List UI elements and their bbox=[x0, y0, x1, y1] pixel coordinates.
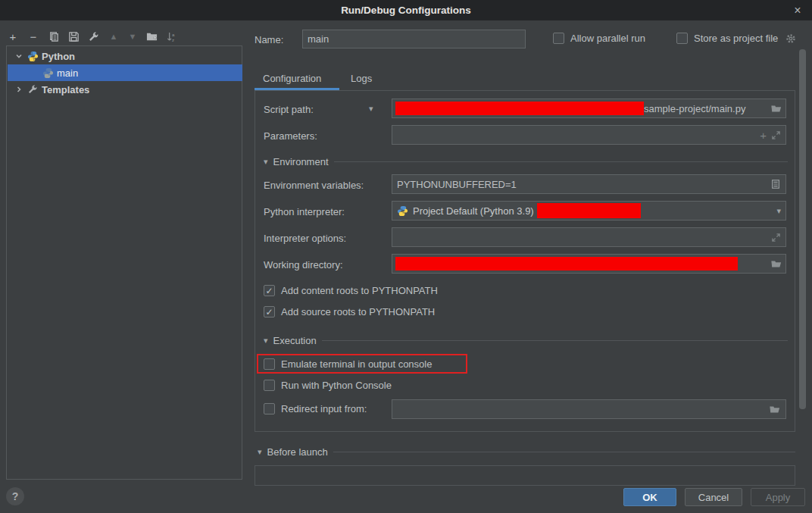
python-interpreter-select[interactable]: Project Default (Python 3.9) ▾ bbox=[392, 201, 786, 221]
chevron-down-icon[interactable] bbox=[12, 52, 26, 60]
browse-folder-icon[interactable] bbox=[769, 404, 781, 414]
store-as-project-file-checkbox[interactable]: Store as project file bbox=[676, 33, 796, 44]
section-divider bbox=[334, 161, 788, 162]
checkbox-box[interactable] bbox=[676, 33, 688, 44]
name-input[interactable]: main bbox=[302, 30, 526, 48]
emulate-terminal-checkbox[interactable]: Emulate terminal in output console bbox=[264, 358, 432, 370]
section-divider bbox=[322, 340, 788, 341]
before-launch-section-header[interactable]: ▾ Before launch bbox=[258, 446, 795, 458]
save-icon[interactable] bbox=[67, 30, 80, 43]
section-title: Execution bbox=[273, 335, 317, 346]
parameters-input[interactable]: + bbox=[392, 125, 786, 145]
checkbox-label: Allow parallel run bbox=[570, 33, 645, 44]
vertical-scrollbar[interactable] bbox=[799, 49, 806, 409]
working-directory-label: Working directory: bbox=[264, 259, 343, 271]
allow-parallel-run-checkbox[interactable]: Allow parallel run bbox=[553, 33, 645, 44]
titlebar: Run/Debug Configurations bbox=[0, 0, 812, 20]
tree-item-label: Python bbox=[42, 51, 75, 62]
browse-folder-icon[interactable] bbox=[770, 258, 782, 269]
remove-icon[interactable]: − bbox=[27, 30, 40, 43]
tab-logs[interactable]: Logs bbox=[351, 73, 372, 84]
sort-alphabetically-icon[interactable]: az bbox=[164, 30, 178, 43]
python-icon bbox=[26, 51, 39, 62]
environment-variables-value: PYTHONUNBUFFERED=1 bbox=[397, 179, 517, 190]
collapse-triangle-icon[interactable]: ▾ bbox=[264, 157, 268, 167]
tab-configuration[interactable]: Configuration bbox=[263, 73, 321, 84]
environment-variables-label: Environment variables: bbox=[264, 180, 364, 191]
close-icon[interactable]: × bbox=[789, 2, 806, 19]
environment-variables-input[interactable]: PYTHONUNBUFFERED=1 bbox=[392, 174, 786, 194]
add-content-roots-checkbox[interactable]: ✓ Add content roots to PYTHONPATH bbox=[264, 285, 438, 296]
parameters-label: Parameters: bbox=[264, 130, 317, 142]
collapse-triangle-icon[interactable]: ▾ bbox=[258, 447, 262, 457]
name-label: Name: bbox=[255, 34, 283, 45]
tree-item-label: main bbox=[57, 67, 78, 79]
expand-field-icon[interactable] bbox=[771, 130, 781, 140]
redirect-input-checkbox[interactable]: Redirect input from: bbox=[264, 403, 367, 414]
expand-field-icon[interactable] bbox=[771, 233, 781, 242]
help-button[interactable]: ? bbox=[6, 487, 24, 505]
python-icon bbox=[41, 67, 55, 79]
new-folder-icon[interactable] bbox=[145, 30, 158, 43]
run-debug-configurations-dialog: Run/Debug Configurations × + − ▲ ▼ az Py… bbox=[0, 0, 812, 513]
script-path-input[interactable]: sample-project/main.py bbox=[392, 99, 786, 118]
redacted-path-segment bbox=[537, 203, 641, 218]
checkbox-label: Run with Python Console bbox=[281, 380, 392, 391]
working-directory-input[interactable] bbox=[392, 254, 786, 274]
checkbox-box[interactable] bbox=[264, 403, 275, 414]
configurations-tree: Python main Templates bbox=[6, 45, 242, 480]
tree-item-templates[interactable]: Templates bbox=[8, 81, 242, 98]
checkbox-checked-box[interactable]: ✓ bbox=[264, 306, 275, 317]
section-divider bbox=[333, 452, 795, 452]
add-macro-icon[interactable]: + bbox=[760, 129, 767, 142]
checkbox-box[interactable] bbox=[264, 380, 275, 391]
python-interpreter-label: Python interpreter: bbox=[264, 206, 345, 217]
add-source-roots-checkbox[interactable]: ✓ Add source roots to PYTHONPATH bbox=[264, 306, 435, 317]
dropdown-arrow-icon[interactable]: ▾ bbox=[776, 206, 781, 216]
move-up-icon: ▲ bbox=[107, 30, 120, 43]
execution-section-header[interactable]: ▾ Execution bbox=[264, 335, 788, 346]
edit-templates-icon[interactable] bbox=[86, 30, 100, 43]
name-value: main bbox=[308, 33, 329, 45]
ok-button[interactable]: OK bbox=[623, 488, 676, 506]
interpreter-options-label: Interpreter options: bbox=[264, 233, 346, 244]
collapse-triangle-icon[interactable]: ▾ bbox=[264, 336, 268, 346]
checkbox-box[interactable] bbox=[264, 358, 275, 370]
redirect-input-field[interactable] bbox=[392, 399, 786, 419]
tree-item-main[interactable]: main bbox=[8, 64, 242, 81]
checkbox-label: Emulate terminal in output console bbox=[281, 358, 432, 370]
environment-section-header[interactable]: ▾ Environment bbox=[264, 156, 788, 167]
checkbox-label: Redirect input from: bbox=[281, 403, 367, 414]
move-down-icon: ▼ bbox=[126, 30, 139, 43]
section-title: Before launch bbox=[267, 446, 328, 458]
checkbox-box[interactable] bbox=[553, 33, 564, 44]
apply-button: Apply bbox=[751, 488, 805, 506]
cancel-button[interactable]: Cancel bbox=[685, 488, 742, 506]
copy-icon[interactable] bbox=[47, 30, 61, 43]
checkbox-label: Store as project file bbox=[694, 33, 778, 44]
checkbox-label: Add content roots to PYTHONPATH bbox=[281, 285, 438, 296]
browse-folder-icon[interactable] bbox=[770, 103, 782, 114]
script-path-dropdown-icon[interactable]: ▾ bbox=[369, 104, 373, 114]
python-icon bbox=[397, 205, 408, 217]
tree-item-python[interactable]: Python bbox=[8, 48, 242, 64]
run-with-python-console-checkbox[interactable]: Run with Python Console bbox=[264, 380, 392, 391]
checkbox-label: Add source roots to PYTHONPATH bbox=[281, 306, 435, 317]
checkbox-checked-box[interactable]: ✓ bbox=[264, 285, 275, 296]
redacted-path-segment bbox=[395, 102, 644, 115]
wrench-icon bbox=[26, 84, 39, 95]
dialog-title: Run/Debug Configurations bbox=[341, 5, 471, 16]
section-title: Environment bbox=[273, 156, 329, 167]
tree-item-label: Templates bbox=[42, 84, 89, 95]
add-icon[interactable]: + bbox=[6, 30, 20, 43]
interpreter-options-input[interactable] bbox=[392, 227, 786, 247]
edit-variables-icon[interactable] bbox=[770, 179, 781, 189]
redacted-path-segment bbox=[395, 257, 738, 271]
script-path-label: Script path: bbox=[264, 104, 314, 115]
svg-text:z: z bbox=[171, 36, 173, 42]
before-launch-list bbox=[255, 465, 795, 486]
svg-text:a: a bbox=[171, 31, 174, 36]
chevron-right-icon[interactable] bbox=[12, 86, 26, 93]
python-interpreter-value: Project Default (Python 3.9) bbox=[413, 205, 534, 217]
gear-icon[interactable] bbox=[785, 33, 796, 44]
